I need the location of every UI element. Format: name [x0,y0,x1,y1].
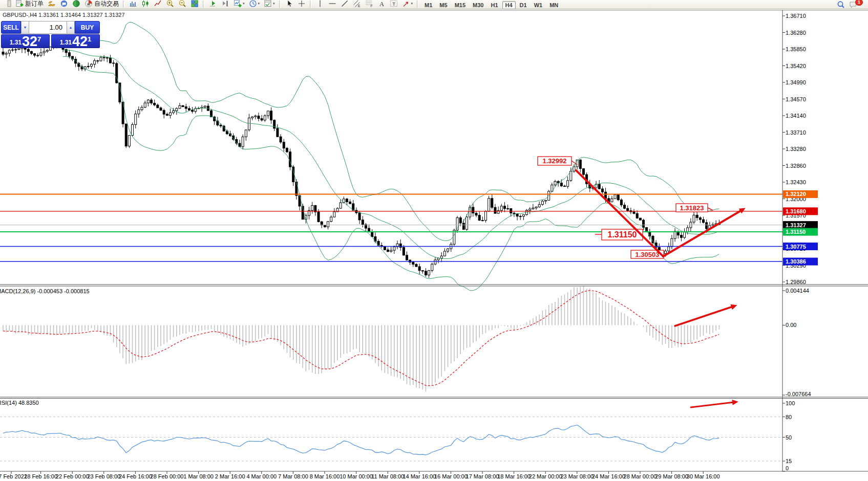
chart-window-button[interactable] [46,0,57,8]
horizontal-line-tool-button[interactable] [327,0,338,8]
timeframe-button-m1[interactable]: M1 [421,1,435,9]
community-button[interactable] [58,0,70,8]
price-annotation-1.31823[interactable]: 1.31823 [676,204,713,212]
bar-chart-mode-button[interactable] [128,0,139,8]
linechart-icon [154,0,162,8]
clock-icon [249,0,257,8]
ask-prefix: 1.31 [60,39,72,46]
toolbar-buttons: 新订单自动交易▾▾▾EFAT▾ [1,0,421,10]
price-axis[interactable]: 1.367101.362801.358501.354201.349901.345… [782,13,818,285]
bid-big-digits: 32 [22,35,37,48]
price-tick-label: 1.33710 [786,129,806,136]
date-tick-label: 8 Mar 16:00 [310,473,340,479]
chevron-down-icon: ▾ [258,2,260,6]
price-tick-label: 1.32860 [786,163,806,169]
auto-trading-button[interactable]: 自动交易 [83,0,120,8]
price-badge-text: 1.30775 [786,244,806,250]
trend-arrow[interactable] [576,170,663,256]
svg-text:A: A [379,1,384,8]
rsi-label: RSI(14) 48.8350 [0,400,39,406]
timeframe-button-h1[interactable]: H1 [488,1,501,9]
chart-shift-button[interactable] [220,0,231,8]
templates-button[interactable]: ▾ [262,0,277,8]
volume-decrease-button[interactable]: ▼ [21,21,29,34]
zoom-out-button[interactable] [177,0,188,8]
text-tool-button[interactable]: A [376,0,387,8]
trendline-tool-button[interactable] [339,0,350,8]
timeframe-button-d1[interactable]: D1 [517,1,530,9]
svg-text:1.31823: 1.31823 [680,204,704,212]
toolbar-separator [310,1,312,8]
timeframe-button-mn[interactable]: MN [546,1,561,9]
timeframe-button-h4[interactable]: H4 [502,1,516,9]
timeframe-button-w1[interactable]: W1 [531,1,546,9]
price-tick-label: 1.36710 [786,13,806,19]
date-tick-label: 30 Mar 16:00 [687,473,720,479]
cursor-tool-button[interactable] [284,0,295,8]
svg-text:0.00: 0.00 [786,322,796,328]
svg-text:1.31150: 1.31150 [608,230,637,239]
svg-text:0.004144: 0.004144 [786,288,809,294]
greenorb-icon [72,0,80,8]
volume-input[interactable]: 1.00 [29,21,67,34]
label-tool-button[interactable]: T [388,0,399,8]
clipped-button[interactable] [2,0,13,8]
svg-text:50: 50 [786,434,792,441]
partial-icon [3,0,11,8]
channel-tool-button[interactable]: E [351,0,363,8]
date-tick-label: 11 Mar 08:00 [371,473,404,479]
svg-text:E: E [358,4,361,8]
crosshair-tool-button[interactable] [296,0,307,8]
date-tick-label: 28 Mar 00:00 [624,473,657,479]
gold-icon [48,0,56,8]
svg-text:1.30503: 1.30503 [636,251,660,258]
auto-scroll-button[interactable] [207,0,219,8]
sell-button[interactable]: SELL [1,21,21,34]
fibo-icon: F [365,0,373,8]
labelT-icon: T [390,0,398,8]
tile-windows-button[interactable] [189,0,200,8]
price-badge-text: 1.31150 [786,229,806,235]
textA-icon: A [377,0,386,8]
timeframe-button-m30[interactable]: M30 [470,1,486,9]
candlestick-mode-button[interactable] [140,0,151,8]
market-watch-button[interactable] [71,0,82,8]
price-tick-label: 1.35850 [786,46,806,52]
chevron-down-icon: ▾ [243,2,245,6]
price-tick-label: 1.32430 [786,179,806,185]
search-button[interactable] [835,0,846,9]
macd-signal-line [3,291,719,386]
line-chart-mode-button[interactable] [152,0,163,8]
timeframe-button-m15[interactable]: M15 [452,1,469,9]
trend-arrow[interactable] [675,304,737,326]
price-annotation-1.31150[interactable]: 1.31150 [595,229,643,240]
bid-price-box[interactable]: 1.31327 [1,34,50,48]
indicators-button[interactable]: ▾ [232,0,246,8]
price-tick-label: 1.36280 [786,30,806,36]
date-axis[interactable]: 17 Feb 202218 Feb 16:0022 Feb 00:0023 Fe… [0,471,720,479]
ask-price-box[interactable]: 1.31421 [51,34,100,48]
indplus-icon [234,0,242,8]
shapes-tool-button[interactable]: ▾ [400,0,415,8]
trend-arrow[interactable] [691,400,738,407]
date-tick-label: 14 Mar 16:00 [403,473,436,479]
price-annotation-1.32992[interactable]: 1.32992 [538,157,577,165]
zoom-in-button[interactable] [164,0,176,8]
buy-button[interactable]: BUY [75,21,100,34]
chart-canvas[interactable]: MACD(12,26,9) -0.000453 -0.0008150.00414… [0,0,868,481]
fibonacci-tool-button[interactable]: F [364,0,375,8]
chart-ohlc-title: GBPUSD-,H4 1.31361 1.31464 1.31327 1.313… [3,12,125,18]
periods-button[interactable]: ▾ [247,0,262,8]
new-order-button[interactable]: 新订单 [14,0,45,8]
svg-text:F: F [370,4,372,8]
crosshair-icon [298,0,306,8]
date-tick-label: 29 Mar 08:00 [655,473,688,479]
candles-icon [141,0,150,8]
price-badge-text: 1.30386 [786,258,806,265]
notification-badge: 1 [855,0,863,6]
tiles-icon [190,0,199,8]
vertical-line-tool-button[interactable] [314,0,326,8]
volume-increase-button[interactable]: ▲ [67,21,75,34]
timeframe-button-m5[interactable]: M5 [436,1,450,9]
bars-icon [129,0,137,8]
